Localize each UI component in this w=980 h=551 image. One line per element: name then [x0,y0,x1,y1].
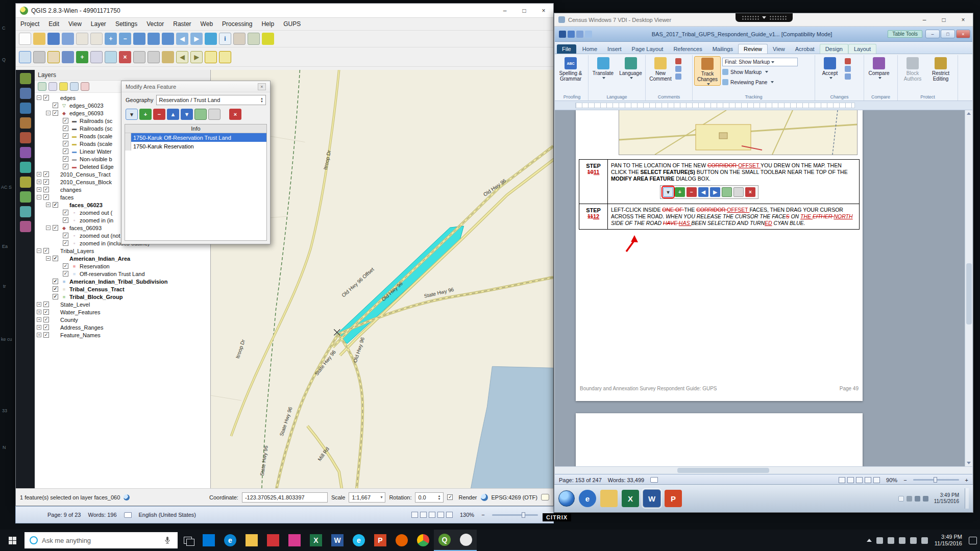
show-markup-button[interactable]: Show Markup [722,67,798,77]
network-icon[interactable] [915,496,920,502]
microphone-icon[interactable] [162,536,173,544]
street-view-icon[interactable] [20,221,31,232]
layer-checkbox[interactable]: ✓ [53,279,58,284]
layer-tree-item[interactable]: + ✓ County [35,316,210,323]
layer-checkbox[interactable]: ✓ [63,210,68,215]
zoom-last-icon[interactable]: ◀ [176,33,188,45]
location-icon[interactable] [888,537,894,544]
ribbon-tab[interactable]: References [668,44,707,54]
new-shapefile-icon[interactable] [20,191,31,203]
draft-view-icon[interactable] [446,512,453,518]
store-icon[interactable] [262,530,284,551]
menu-item[interactable]: Vector [142,18,168,30]
internet-explorer-icon[interactable]: e [348,530,370,551]
layer-tree-item[interactable]: + ✓ Water_Features [35,308,210,316]
layer-checkbox[interactable]: ✓ [63,141,68,146]
zoom-slider[interactable] [913,479,959,481]
move-down-icon[interactable]: ▼ [181,109,193,120]
action-center-icon[interactable] [969,537,977,544]
layer-tree-item[interactable]: ✓ ■ Off-reservation Trust Land [35,270,210,278]
add-vector-layer-icon[interactable] [20,73,31,84]
expander-icon[interactable]: + [37,180,41,184]
delete-selected-icon[interactable]: × [119,51,131,63]
layer-checkbox[interactable]: ✓ [43,317,49,322]
python-console-icon[interactable] [262,33,274,45]
select-features-icon[interactable]: ▾ [126,109,138,120]
menu-item[interactable]: Processing [217,18,257,30]
layer-checkbox[interactable]: ✓ [53,294,58,299]
zoom-full-icon[interactable] [133,33,145,45]
add-feature-icon[interactable]: + [76,51,88,63]
show-on-map-icon[interactable] [194,109,207,120]
page-indicator[interactable]: Page: 153 of 247 [559,477,602,483]
add-raster-layer-icon[interactable] [20,88,31,99]
map-refresh-icon[interactable] [205,33,217,45]
scrollbar-thumb[interactable] [677,468,769,473]
task-view-button[interactable] [178,530,198,551]
expander-icon[interactable]: − [46,256,51,261]
delete-comment-icon[interactable] [675,58,681,64]
layer-checkbox[interactable]: ✓ [63,271,68,277]
zoom-out-icon[interactable]: − [119,33,131,45]
redo-icon[interactable] [585,31,592,38]
proofing-icon[interactable] [650,477,658,483]
zoom-slider-thumb[interactable] [522,512,525,518]
select-features-icon[interactable] [19,51,31,63]
layer-checkbox[interactable]: ✓ [43,194,49,200]
pan-map-icon[interactable] [76,33,88,45]
save-project-icon[interactable] [47,33,60,45]
expander-icon[interactable]: − [37,195,41,199]
layer-checkbox[interactable]: ✓ [63,133,68,139]
menu-item[interactable]: Settings [111,18,142,30]
hidden-icons-chevron-icon[interactable] [867,539,872,542]
attribute-grid-icon[interactable] [208,109,220,120]
document-page[interactable]: STEP 1011 PAN TO THE LOCATION OF THE NEW… [576,110,863,401]
show-desktop-button[interactable] [965,488,969,509]
qgis-title-bar[interactable]: QGIS 2.8.3-Wien - 49901171750 – □ × [16,4,553,18]
identify-icon[interactable]: i [219,33,231,45]
clock[interactable]: 3:49 PM 11/15/2016 [934,492,959,505]
menu-item[interactable]: Raster [168,18,195,30]
layer-tree-item[interactable]: + ✓ State_Level [35,300,210,308]
layer-checkbox[interactable]: ✓ [53,256,58,261]
menu-item[interactable]: View [64,18,86,30]
new-comment-button[interactable]: New Comment [647,56,674,82]
layer-checkbox[interactable]: ✓ [43,179,49,185]
outline-view-icon[interactable] [865,477,871,483]
expander-icon[interactable]: + [37,317,41,322]
excel-icon[interactable]: X [622,490,639,507]
add-delimited-text-icon[interactable] [20,177,31,188]
word-count[interactable]: Words: 33,499 [608,477,644,483]
layer-checkbox[interactable]: ✓ [63,233,68,238]
photos-icon[interactable] [284,530,305,551]
hidden-icons-icon[interactable] [898,496,904,502]
expander-icon[interactable]: − [37,95,41,100]
layer-tree-item[interactable]: ✓ ■ Tribal_Census_Tract [35,285,210,293]
excel-icon[interactable]: X [305,530,327,551]
pan-to-selection-icon[interactable] [90,33,103,45]
citrix-connection-icon[interactable] [906,496,912,502]
expander-icon[interactable]: − [37,248,41,253]
layer-checkbox[interactable]: ✓ [63,118,68,123]
close-button[interactable]: × [953,13,973,26]
print-layout-view-icon[interactable] [839,477,845,483]
zoom-slider[interactable] [492,514,538,516]
minimize-button[interactable]: – [915,13,934,26]
layer-checkbox[interactable]: ✓ [43,324,49,330]
zoom-out-icon[interactable]: − [481,512,484,518]
expander-icon[interactable]: + [37,310,41,314]
move-up-icon[interactable]: ▲ [167,109,179,120]
layer-checkbox[interactable]: ✓ [63,217,68,223]
menu-item[interactable]: Web [196,18,217,30]
render-checkbox[interactable]: ✓ [447,494,453,500]
cut-features-icon[interactable] [133,51,145,63]
layer-tree-item[interactable]: − ✓ American_Indian_Area [35,255,210,262]
menu-item[interactable]: Edit [44,18,64,30]
windows-explorer-icon[interactable] [600,490,618,507]
layer-checkbox[interactable]: ✓ [53,286,58,292]
layer-tree-item[interactable]: + ✓ Feature_Names [35,331,210,339]
reviewing-pane-button[interactable]: Reviewing Pane [722,78,798,87]
layer-checkbox[interactable]: ✓ [43,95,49,101]
zoom-next-icon[interactable]: ▶ [190,33,203,45]
add-postgis-layer-icon[interactable] [20,103,31,114]
